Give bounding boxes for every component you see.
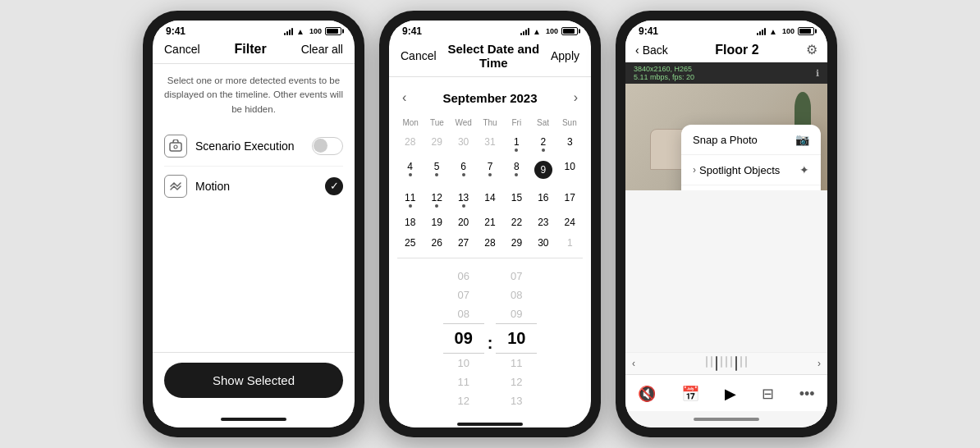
cal-day-6[interactable]: 6 [451, 157, 476, 187]
p3-title: Floor 2 [715, 43, 758, 57]
p3-back-area[interactable]: ‹ Back [635, 43, 668, 57]
p3-back-label[interactable]: Back [643, 43, 668, 57]
home-indicator-2 [389, 420, 591, 427]
play-icon[interactable]: ▶ [717, 382, 744, 406]
cal-day-16[interactable]: 16 [530, 188, 556, 212]
p3-info-bar: 3840x2160, H265 5.11 mbps, fps: 20 ℹ [625, 62, 827, 84]
cal-day-29[interactable]: 29 [424, 132, 449, 156]
calendar-icon[interactable]: 📅 [673, 382, 708, 406]
svg-rect-0 [170, 143, 181, 151]
cal-day-1[interactable]: 1 [504, 132, 529, 156]
cal-day-2[interactable]: 2 [530, 132, 556, 156]
context-menu: Snap a Photo 📷 › Spotlight Objects ✦ Dow… [681, 125, 821, 190]
settings-gear-icon[interactable]: ⚙ [806, 42, 817, 57]
p2-apply-button[interactable]: Apply [551, 49, 579, 62]
status-time-3: 9:41 [639, 25, 658, 37]
menu-download[interactable]: Download ⬇ [681, 185, 821, 190]
cal-day-23[interactable]: 23 [530, 213, 556, 232]
show-selected-button[interactable]: Show Selected [164, 363, 343, 398]
cal-day-17[interactable]: 17 [557, 188, 583, 212]
cal-day-29[interactable]: 29 [504, 233, 529, 253]
cal-day-30[interactable]: 30 [530, 233, 556, 253]
p2-cancel-button[interactable]: Cancel [401, 49, 437, 62]
cal-day-12[interactable]: 12 [424, 188, 449, 212]
cal-day-10[interactable]: 10 [557, 157, 583, 187]
motion-check[interactable]: ✓ [325, 177, 343, 195]
dow-thu: Thu [477, 117, 503, 129]
prev-month-button[interactable]: ‹ [399, 87, 410, 108]
cal-day-18[interactable]: 18 [397, 213, 423, 232]
cal-day-11[interactable]: 11 [397, 188, 423, 212]
motion-label: Motion [195, 180, 325, 193]
more-icon[interactable]: ••• [791, 382, 823, 406]
battery-text-1: 100 [309, 27, 322, 35]
cal-day-24[interactable]: 24 [557, 213, 583, 232]
min-09: 09 [496, 304, 537, 323]
phone1-filter: 9:41 ▲ 100 Cancel Filter Clear all [143, 11, 364, 437]
cal-day-7[interactable]: 7 [477, 157, 502, 187]
p3-camera-info: 3840x2160, H265 5.11 mbps, fps: 20 [634, 65, 694, 81]
cal-day-25[interactable]: 25 [397, 233, 423, 253]
min-07: 07 [496, 267, 537, 286]
cal-day-30[interactable]: 30 [451, 132, 476, 156]
min-11: 11 [496, 354, 537, 373]
cal-days-header: Mon Tue Wed Thu Fri Sat Sun [397, 117, 583, 129]
info-icon[interactable]: ℹ [816, 68, 819, 79]
cal-day-4[interactable]: 4 [397, 157, 423, 187]
p1-title: Filter [235, 42, 267, 57]
min-10-selected[interactable]: 10 [496, 323, 537, 354]
cal-day-3[interactable]: 3 [557, 132, 583, 156]
wifi-icon-2: ▲ [533, 27, 541, 36]
time-picker[interactable]: 06 07 08 09 10 11 12 : 07 08 09 10 1 [397, 263, 583, 414]
hour-column[interactable]: 06 07 08 09 10 11 12 [443, 267, 484, 410]
tl-right-arrow-icon[interactable]: › [817, 358, 821, 369]
cal-day-26[interactable]: 26 [424, 233, 449, 253]
cal-day-1[interactable]: 1 [557, 233, 583, 253]
cal-day-20[interactable]: 20 [451, 213, 476, 232]
cal-day-13[interactable]: 13 [451, 188, 476, 212]
list-item-scenario[interactable]: Scenario Execution [164, 126, 343, 167]
filter-bottom-icon[interactable]: ⊟ [753, 382, 782, 406]
cal-day-22[interactable]: 22 [504, 213, 529, 232]
min-column[interactable]: 07 08 09 10 11 12 13 [496, 267, 537, 410]
cal-day-5[interactable]: 5 [424, 157, 449, 187]
battery-icon-2 [561, 27, 578, 35]
p1-cancel-button[interactable]: Cancel [164, 43, 200, 56]
cal-day-27[interactable]: 27 [451, 233, 476, 253]
p1-nav: Cancel Filter Clear all [153, 39, 355, 64]
next-month-button[interactable]: › [570, 87, 581, 108]
home-indicator-1 [153, 411, 355, 427]
hour-09-selected[interactable]: 09 [443, 323, 484, 354]
dow-tue: Tue [424, 117, 450, 129]
p1-event-list: Scenario Execution Motion ✓ [153, 126, 355, 240]
cal-day-9[interactable]: 9 [530, 157, 556, 187]
phone2-calendar: 9:41 ▲ 100 Cancel Select Date and Time A… [379, 11, 601, 437]
phone3-camera: 9:41 ▲ 100 ‹ Back Floor 2 [616, 11, 837, 437]
status-time-2: 9:41 [402, 25, 422, 37]
volume-icon[interactable]: 🔇 [630, 382, 664, 406]
cal-day-14[interactable]: 14 [477, 188, 502, 212]
dow-sun: Sun [556, 117, 583, 129]
cal-day-15[interactable]: 15 [504, 188, 529, 212]
dow-mon: Mon [397, 117, 424, 129]
cal-day-28[interactable]: 28 [477, 233, 502, 253]
spotlight-arrow-icon: › [693, 164, 696, 176]
hour-11: 11 [443, 373, 484, 391]
tl-left-arrow-icon[interactable]: ‹ [632, 358, 635, 369]
cal-day-21[interactable]: 21 [477, 213, 502, 232]
cal-day-8[interactable]: 8 [504, 157, 529, 187]
battery-text-2: 100 [546, 27, 558, 35]
cal-day-28[interactable]: 28 [397, 132, 423, 156]
scenario-toggle[interactable] [312, 137, 343, 155]
menu-snap-photo[interactable]: Snap a Photo 📷 [681, 125, 821, 155]
cal-day-19[interactable]: 19 [424, 213, 449, 232]
status-icons-2: ▲ 100 [520, 27, 578, 36]
cal-month-nav: ‹ September 2023 › [397, 84, 583, 117]
time-colon: : [484, 324, 497, 353]
p2-title: Select Date and Time [437, 42, 551, 70]
cal-day-31[interactable]: 31 [477, 132, 502, 156]
list-item-motion[interactable]: Motion ✓ [164, 167, 343, 206]
menu-spotlight[interactable]: › Spotlight Objects ✦ [681, 155, 821, 185]
p1-clear-button[interactable]: Clear all [301, 43, 343, 56]
p2-calendar-body: ‹ September 2023 › Mon Tue Wed Thu Fri S… [389, 77, 591, 420]
